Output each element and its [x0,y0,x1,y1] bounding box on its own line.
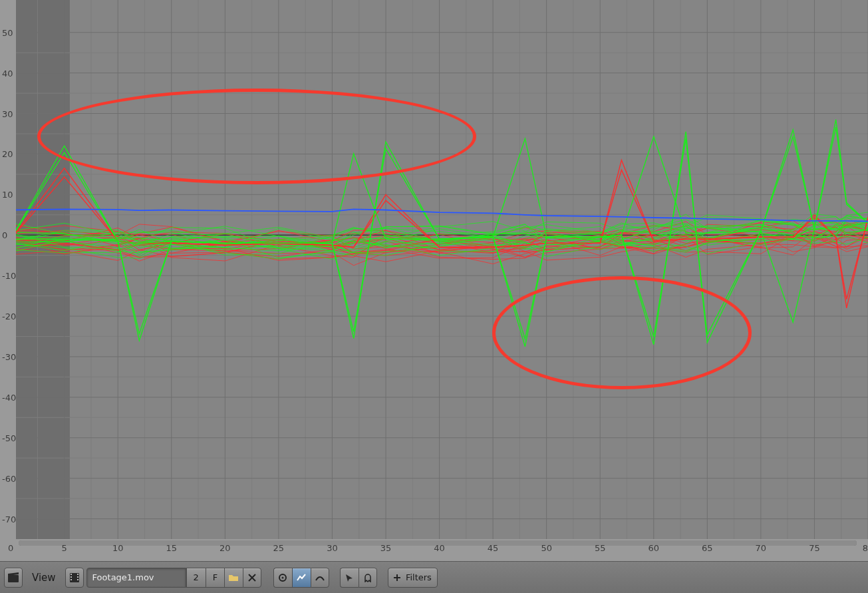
clip-name-field[interactable]: Footage1.mov [86,568,186,588]
y-tick-label: 0 [2,230,7,240]
x-tick-label: 45 [488,543,499,553]
x-axis-ruler[interactable]: 05101520253035404550556065707580 [0,539,868,561]
y-tick-label: -60 [2,473,16,483]
svg-rect-65 [77,574,78,575]
graph-display-icon [296,572,307,583]
browse-movieclip-button[interactable] [65,568,84,588]
folder-icon [228,572,239,583]
film-icon [69,572,80,584]
curve-icon [315,572,325,583]
svg-rect-67 [77,579,78,580]
show-handles-button[interactable] [311,568,329,588]
view-menu[interactable]: View [25,572,63,584]
x-tick-label: 10 [112,543,124,553]
svg-rect-64 [71,579,72,580]
close-icon [247,573,257,582]
x-tick-label: 20 [219,543,231,553]
y-tick-label: 20 [2,149,13,159]
svg-rect-62 [71,574,72,575]
x-tick-label: 40 [434,543,445,553]
x-tick-label: 35 [380,543,392,553]
x-tick-label: 60 [648,543,659,553]
x-tick-label: 75 [809,543,820,553]
ghost-icon [363,573,372,582]
x-tick-label: 0 [8,543,13,553]
x-tick-label: 30 [327,543,338,553]
svg-rect-60 [8,575,19,582]
y-tick-label: 10 [2,190,13,200]
cursor-group [340,568,377,588]
x-tick-label: 50 [541,543,552,553]
filters-button[interactable]: Filters [388,568,438,588]
fake-user-label: F [213,572,217,582]
snap-icon [277,572,288,583]
svg-point-69 [282,576,284,578]
cursor-icon [345,573,354,582]
x-tick-label: 65 [702,543,713,553]
x-tick-label: 5 [62,543,67,553]
ghost-button[interactable] [359,568,377,588]
pivot-group [273,568,329,588]
y-tick-label: -30 [2,351,16,361]
cursor-button[interactable] [340,568,359,588]
y-tick-label: -10 [2,271,16,281]
graph-editor-area[interactable]: 50403020100-10-20-30-40-50-60-70 0510152… [0,0,868,561]
graph-canvas [0,0,868,539]
users-count[interactable]: 2 [186,568,206,588]
editor-type-dropdown[interactable] [4,568,23,588]
users-count-value: 2 [194,572,199,582]
x-tick-label: 80 [863,543,868,553]
open-clip-button[interactable] [224,568,243,588]
x-tick-label: 70 [756,543,767,553]
fake-user-button[interactable]: F [206,568,224,588]
y-tick-label: 40 [2,68,13,78]
svg-rect-66 [77,576,78,578]
y-tick-label: -40 [2,392,16,402]
x-tick-label: 25 [273,543,285,553]
filters-label: Filters [406,572,432,582]
datablock-controls: Footage1.mov 2 F [86,568,261,588]
y-tick-label: -20 [2,311,16,321]
annotation-ellipse-upper [37,89,476,184]
x-tick-label: 55 [595,543,606,553]
y-axis-ruler[interactable]: 50403020100-10-20-30-40-50-60-70 [0,0,16,539]
plus-icon [392,573,402,582]
editor-header: View Footage1.mov 2 F [0,561,868,593]
y-tick-label: -50 [2,433,16,443]
clapperboard-icon [7,572,19,584]
use-normalization-button[interactable] [273,568,292,588]
y-tick-label: 30 [2,108,13,118]
x-tick-label: 15 [166,543,177,553]
annotation-ellipse-lower [492,276,752,389]
svg-rect-63 [71,576,72,578]
clip-name-text: Footage1.mov [92,572,154,582]
y-tick-label: 50 [2,27,13,37]
y-tick-label: -70 [2,514,16,524]
unlink-clip-button[interactable] [243,568,261,588]
lock-view-button[interactable] [292,568,311,588]
